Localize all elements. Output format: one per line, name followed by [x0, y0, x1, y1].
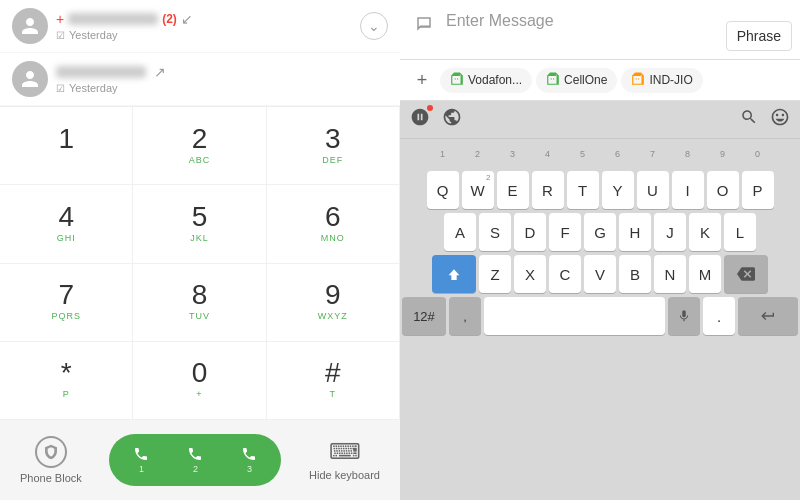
key-h[interactable]: H	[619, 213, 651, 251]
dial-key-5[interactable]: 5 JKL	[133, 185, 266, 263]
phrase-button[interactable]: Phrase	[726, 21, 792, 51]
key-x[interactable]: X	[514, 255, 546, 293]
avatar-1	[12, 8, 48, 44]
num-0[interactable]: 0	[742, 143, 774, 165]
key-k[interactable]: K	[689, 213, 721, 251]
dialer-bottom-bar: Phone Block 1 2 3 ⌨ Hide keyboard	[0, 420, 400, 500]
message-input[interactable]: Enter Message	[446, 8, 720, 34]
blurred-number-2	[56, 66, 146, 78]
key-g[interactable]: G	[584, 213, 616, 251]
phone-block-icon	[35, 436, 67, 468]
phone-block-button[interactable]: Phone Block	[20, 436, 82, 484]
key-w[interactable]: 2W	[462, 171, 494, 209]
call-sim2-button[interactable]: 2	[169, 438, 221, 482]
call-sim3-label: 3	[247, 464, 252, 474]
call-item-1[interactable]: + (2) ↙ ☑ Yesterday ⌄	[0, 0, 400, 53]
key-e[interactable]: E	[497, 171, 529, 209]
num-3[interactable]: 3	[497, 143, 529, 165]
dial-key-3[interactable]: 3 DEF	[267, 107, 400, 185]
num-2[interactable]: 2	[462, 143, 494, 165]
key-r[interactable]: R	[532, 171, 564, 209]
dial-key-hash[interactable]: # T	[267, 342, 400, 420]
dial-key-4[interactable]: 4 GHI	[0, 185, 133, 263]
shift-key[interactable]	[432, 255, 476, 293]
enter-key[interactable]	[738, 297, 798, 335]
comma-key[interactable]: ,	[449, 297, 481, 335]
backspace-key[interactable]	[724, 255, 768, 293]
dial-key-8[interactable]: 8 TUV	[133, 264, 266, 342]
add-attachment-button[interactable]: +	[408, 66, 436, 94]
sim3-selector[interactable]: IND-JIO	[621, 68, 702, 93]
key-f[interactable]: F	[549, 213, 581, 251]
key-u[interactable]: U	[637, 171, 669, 209]
num-5[interactable]: 5	[567, 143, 599, 165]
call-sim2-label: 2	[193, 464, 198, 474]
key-s[interactable]: S	[479, 213, 511, 251]
call-badge-1: (2)	[162, 12, 177, 26]
expand-call-1[interactable]: ⌄	[360, 12, 388, 40]
globe-icon[interactable]	[442, 107, 462, 132]
call-date-1: ☑ Yesterday	[56, 29, 360, 41]
key-a[interactable]: A	[444, 213, 476, 251]
key-c[interactable]: C	[549, 255, 581, 293]
sim2-icon	[546, 72, 560, 89]
key-d[interactable]: D	[514, 213, 546, 251]
key-m[interactable]: M	[689, 255, 721, 293]
key-b[interactable]: B	[619, 255, 651, 293]
call-sim1-button[interactable]: 1	[115, 438, 167, 482]
call-item-info-1: + (2) ↙ ☑ Yesterday	[56, 11, 360, 41]
dial-key-1[interactable]: 1	[0, 107, 133, 185]
space-key[interactable]	[484, 297, 665, 335]
search-icon[interactable]	[740, 108, 758, 131]
num-4[interactable]: 4	[532, 143, 564, 165]
sim1-label: Vodafon...	[468, 73, 522, 87]
blurred-number-1	[68, 13, 158, 25]
num-9[interactable]: 9	[707, 143, 739, 165]
keyboard: 1 2 3 4 5 6 7 8 9 0 Q 2W E R T Y U I O P…	[400, 139, 800, 500]
num-6[interactable]: 6	[602, 143, 634, 165]
num-8[interactable]: 8	[672, 143, 704, 165]
key-j[interactable]: J	[654, 213, 686, 251]
key-z[interactable]: Z	[479, 255, 511, 293]
call-item-info-2: ↗ ☑ Yesterday	[56, 64, 388, 94]
dial-key-6[interactable]: 6 MNO	[267, 185, 400, 263]
key-t[interactable]: T	[567, 171, 599, 209]
key-v[interactable]: V	[584, 255, 616, 293]
sim2-selector[interactable]: CellOne	[536, 68, 617, 93]
messaging-keyboard-panel: Enter Message Phrase + Vodafon... CellOn…	[400, 0, 800, 500]
dial-key-2[interactable]: 2 ABC	[133, 107, 266, 185]
call-log: + (2) ↙ ☑ Yesterday ⌄	[0, 0, 400, 107]
dial-key-0[interactable]: 0 +	[133, 342, 266, 420]
message-area: Enter Message Phrase	[400, 0, 800, 60]
call-sim1-label: 1	[139, 464, 144, 474]
phone-block-label: Phone Block	[20, 472, 82, 484]
hide-keyboard-button[interactable]: ⌨ Hide keyboard	[309, 439, 380, 481]
key-q[interactable]: Q	[427, 171, 459, 209]
sim1-selector[interactable]: Vodafon...	[440, 68, 532, 93]
key-row-3: Z X C V B N M	[402, 255, 798, 293]
sim2-label: CellOne	[564, 73, 607, 87]
num-1[interactable]: 1	[427, 143, 459, 165]
period-key[interactable]: .	[703, 297, 735, 335]
key-l[interactable]: L	[724, 213, 756, 251]
avatar-2	[12, 61, 48, 97]
key-o[interactable]: O	[707, 171, 739, 209]
dial-key-star[interactable]: * P	[0, 342, 133, 420]
dial-key-9[interactable]: 9 WXYZ	[267, 264, 400, 342]
key-i[interactable]: I	[672, 171, 704, 209]
toolbar-dot	[427, 105, 433, 111]
expand-message-button[interactable]	[408, 8, 440, 40]
dialpad: 1 2 ABC 3 DEF 4 GHI 5 JKL 6 MNO	[0, 107, 400, 420]
dial-key-7[interactable]: 7 PQRS	[0, 264, 133, 342]
key-p[interactable]: P	[742, 171, 774, 209]
num-7[interactable]: 7	[637, 143, 669, 165]
emoji-icon[interactable]	[770, 107, 790, 132]
mic-key[interactable]	[668, 297, 700, 335]
call-sim3-button[interactable]: 3	[223, 438, 275, 482]
nummode-key[interactable]: 12#	[402, 297, 446, 335]
call-item-2[interactable]: ↗ ☑ Yesterday	[0, 53, 400, 106]
sim3-icon	[631, 72, 645, 89]
key-y[interactable]: Y	[602, 171, 634, 209]
key-n[interactable]: N	[654, 255, 686, 293]
swype-icon[interactable]	[410, 107, 430, 132]
